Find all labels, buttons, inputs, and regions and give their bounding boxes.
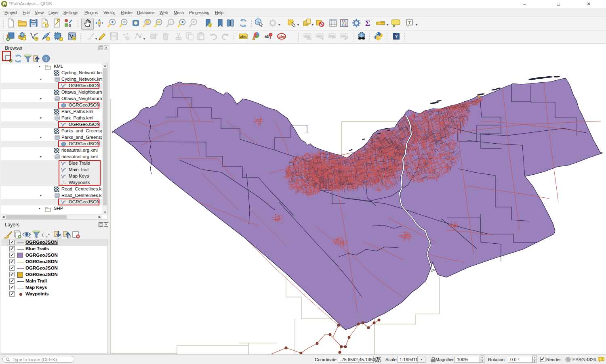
svg-text:?: ? xyxy=(395,34,398,39)
svg-text:n: n xyxy=(46,235,47,238)
svg-text:abc: abc xyxy=(341,34,346,38)
svg-text:T: T xyxy=(408,20,411,25)
svg-text:abc: abc xyxy=(279,35,285,39)
svg-text:abc: abc xyxy=(329,34,334,38)
svg-text:Σ: Σ xyxy=(365,19,370,27)
svg-text:i: i xyxy=(257,19,259,24)
svg-text:ab: ab xyxy=(265,34,269,39)
svg-text:abc: abc xyxy=(305,34,310,38)
svg-text:ε: ε xyxy=(42,232,44,238)
svg-text:abc: abc xyxy=(317,34,322,38)
svg-text:a: a xyxy=(69,23,72,27)
svg-text:abc: abc xyxy=(240,35,247,39)
svg-text:1:1: 1:1 xyxy=(169,21,174,24)
